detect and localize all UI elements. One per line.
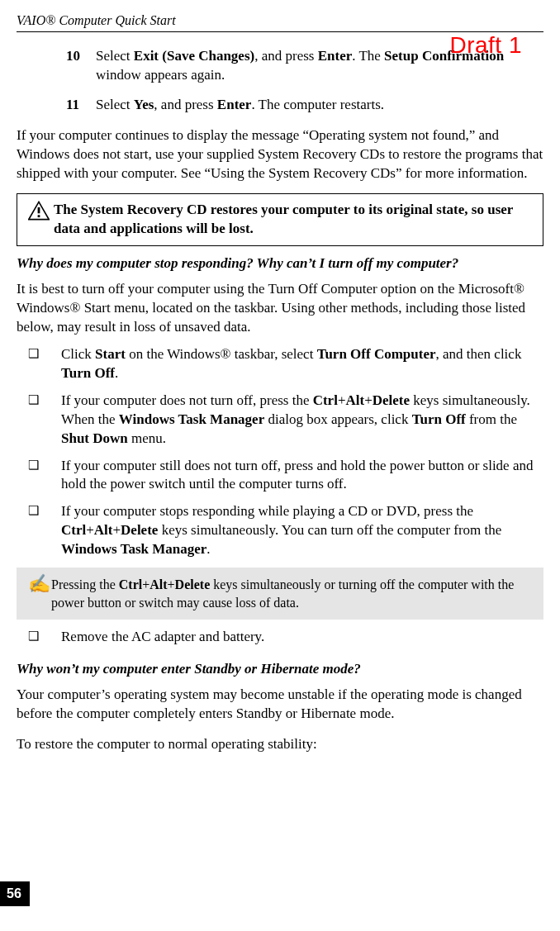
paragraph: To restore the computer to normal operat… xyxy=(17,735,543,754)
section-heading: Why does my computer stop responding? Wh… xyxy=(17,254,543,273)
draft-stamp: Draft 1 xyxy=(449,30,522,61)
bullet-list: ❑ Click Start on the Windows® taskbar, s… xyxy=(17,345,543,559)
bullet-icon: ❑ xyxy=(17,502,61,559)
step-text: Select Yes, and press Enter. The compute… xyxy=(96,96,543,115)
note-icon: ✍ xyxy=(28,576,51,592)
doc-header: VAIO® Computer Quick Start xyxy=(17,12,543,32)
step-number: 11 xyxy=(66,96,96,115)
list-item: ❑ If your computer does not turn off, pr… xyxy=(17,392,543,449)
caution-icon xyxy=(24,201,54,221)
bullet-text: Remove the AC adapter and battery. xyxy=(61,628,543,647)
caution-box: The System Recovery CD restores your com… xyxy=(17,193,543,246)
bullet-icon: ❑ xyxy=(17,345,61,383)
list-item: ❑ If your computer still does not turn o… xyxy=(17,457,543,495)
bullet-text: Click Start on the Windows® taskbar, sel… xyxy=(61,345,543,383)
list-item: ❑ Click Start on the Windows® taskbar, s… xyxy=(17,345,543,383)
note-box: ✍ Pressing the Ctrl+Alt+Delete keys simu… xyxy=(17,568,543,620)
svg-rect-2 xyxy=(38,216,40,218)
page-number: 56 xyxy=(0,881,30,906)
paragraph: Your computer’s operating system may bec… xyxy=(17,686,543,724)
bullet-text: If your computer does not turn off, pres… xyxy=(61,392,543,449)
bullet-text: If your computer still does not turn off… xyxy=(61,457,543,495)
paragraph: If your computer continues to display th… xyxy=(17,126,543,183)
bullet-icon: ❑ xyxy=(17,628,61,647)
section-heading: Why won’t my computer enter Standby or H… xyxy=(17,660,543,679)
list-item: ❑ If your computer stops responding whil… xyxy=(17,502,543,559)
step-number: 10 xyxy=(66,47,96,85)
paragraph: It is best to turn off your computer usi… xyxy=(17,280,543,337)
step-item: 11 Select Yes, and press Enter. The comp… xyxy=(66,96,543,115)
bullet-icon: ❑ xyxy=(17,457,61,495)
list-item: ❑ Remove the AC adapter and battery. xyxy=(17,628,543,647)
note-text: Pressing the Ctrl+Alt+Delete keys simult… xyxy=(51,576,532,611)
svg-rect-1 xyxy=(38,207,40,213)
bullet-text: If your computer stops responding while … xyxy=(61,502,543,559)
bullet-icon: ❑ xyxy=(17,392,61,449)
bullet-list: ❑ Remove the AC adapter and battery. xyxy=(17,628,543,647)
caution-text: The System Recovery CD restores your com… xyxy=(54,201,536,239)
